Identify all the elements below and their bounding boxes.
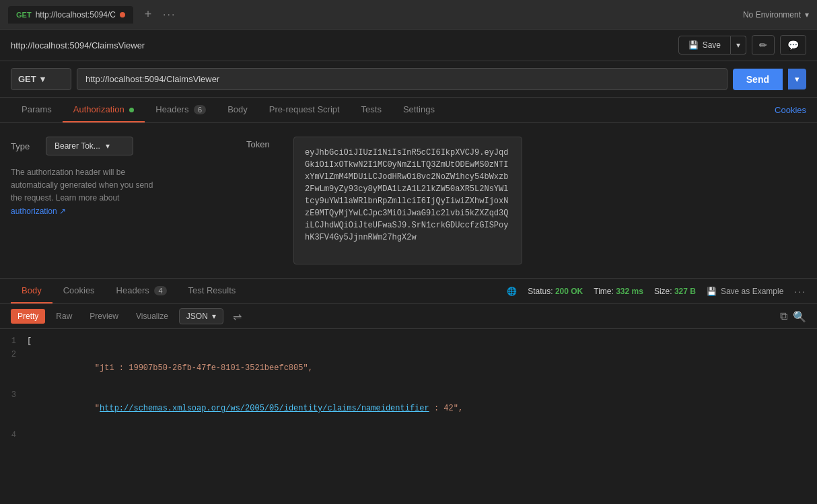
line-number: 2 [0,348,27,361]
token-value-box[interactable]: eyJhbGciOiJIUzI1NiIsInR5cCI6IkpXVCJ9.eyJ… [293,137,522,264]
headers-badge: 6 [194,105,206,114]
request-tabs-bar: Params Authorization Headers 6 Body Pre-… [0,98,817,123]
auth-content: Type Bearer Tok... ▾ The authorization h… [0,123,817,278]
view-tab-visualize[interactable]: Visualize [129,309,175,324]
chevron-down-icon: ▾ [40,74,45,84]
status-label: Status: 200 OK [528,287,583,296]
request-title: http://localhost:5094/ClaimsViewer [11,40,673,50]
tab-headers[interactable]: Headers 6 [145,98,217,122]
type-row: Type Bearer Tok... ▾ [11,137,226,155]
add-tab-button[interactable]: + [139,5,157,24]
code-actions: ⧉ 🔍 [780,310,806,323]
chevron-down-icon: ▾ [805,10,809,20]
type-label: Type [11,141,38,151]
auth-left-panel: Type Bearer Tok... ▾ The authorization h… [11,137,226,264]
line-content: "jti : 19907b50-26fb-47fe-8101-3521beefc… [27,348,313,388]
response-tab-headers[interactable]: Headers 4 [106,279,178,303]
response-tab-body[interactable]: Body [11,279,52,303]
auth-description: The authorization header will be automat… [11,166,199,218]
response-tab-nav: Body Cookies Headers 4 Test Results [11,279,246,303]
line-content: [ [27,334,32,348]
top-bar: GET http://localhost:5094/C + ··· No Env… [0,0,817,30]
search-button[interactable]: 🔍 [793,310,806,323]
time-label: Time: 332 ms [594,287,643,296]
method-selector[interactable]: GET ▾ [11,68,71,90]
code-line-1: 1 [ [0,334,817,348]
tab-settings[interactable]: Settings [392,98,446,122]
response-tab-cookies[interactable]: Cookies [52,279,106,303]
code-line-2: 2 "jti : 19907b50-26fb-47fe-8101-3521bee… [0,348,817,388]
save-example-button[interactable]: 💾 Save as Example [707,287,783,296]
copy-button[interactable]: ⧉ [780,310,787,323]
comment-button[interactable]: 💬 [780,35,806,55]
response-headers-badge: 4 [154,286,166,295]
line-content: "http://schemas.xmlsoap.org/ws/2005/05/i… [27,388,463,429]
view-tab-raw[interactable]: Raw [49,309,79,324]
save-example-label: Save as Example [721,287,783,296]
env-label: No Environment [743,10,801,20]
save-button-group: 💾 Save ▾ [678,36,746,55]
code-editor: 1 [ 2 "jti : 19907b50-26fb-47fe-8101-352… [0,329,817,437]
auth-type-value: Bearer Tok... [55,141,100,151]
tab-body[interactable]: Body [217,98,258,122]
code-view-bar: Pretty Raw Preview Visualize JSON ▾ ⇌ ⧉ … [0,304,817,329]
tab-url: http://localhost:5094/C [36,10,116,20]
environment-selector[interactable]: No Environment ▾ [743,10,809,20]
url-bar: GET ▾ Send ▾ [0,61,817,98]
save-label: Save [703,40,721,50]
method-label: GET [18,74,36,84]
view-tab-pretty[interactable]: Pretty [11,309,45,324]
request-header-bar: http://localhost:5094/ClaimsViewer 💾 Sav… [0,30,817,61]
edit-button[interactable]: ✏ [752,35,775,55]
tab-pre-request[interactable]: Pre-request Script [258,98,351,122]
token-label: Token [246,137,280,264]
chevron-down-icon: ▾ [212,312,216,321]
auth-learn-more-link[interactable]: authorization ↗ [11,207,66,216]
request-tab-nav: Params Authorization Headers 6 Body Pre-… [11,98,446,122]
more-tabs-button[interactable]: ··· [163,9,176,21]
view-tab-preview[interactable]: Preview [83,309,125,324]
tab-method: GET [16,11,32,19]
code-line-4: 4 "exp : 1714142260", [0,429,817,437]
auth-active-indicator [129,108,134,112]
url-input[interactable] [77,68,727,90]
save-dropdown-button[interactable]: ▾ [731,36,746,55]
chevron-down-icon: ▾ [106,141,110,151]
auth-type-selector[interactable]: Bearer Tok... ▾ [46,137,133,155]
save-icon: 💾 [707,287,717,296]
more-options-button[interactable]: ··· [794,286,806,297]
unsaved-indicator [120,12,125,17]
format-value: JSON [186,312,208,321]
tab-tests[interactable]: Tests [351,98,392,122]
response-tab-test-results[interactable]: Test Results [178,279,247,303]
line-number: 3 [0,388,27,402]
format-selector[interactable]: JSON ▾ [179,308,223,324]
line-number: 1 [0,334,27,348]
size-label: Size: 327 B [654,287,696,296]
tab-params[interactable]: Params [11,98,63,122]
code-line-3: 3 "http://schemas.xmlsoap.org/ws/2005/05… [0,388,817,429]
response-panel: Body Cookies Headers 4 Test Results 🌐 St… [0,278,817,504]
request-tab[interactable]: GET http://localhost:5094/C [8,6,133,24]
response-tabs-bar: Body Cookies Headers 4 Test Results 🌐 St… [0,279,817,304]
status-value: 200 OK [555,287,583,296]
time-value: 332 ms [616,287,643,296]
size-value: 327 B [674,287,696,296]
line-content: "exp : 1714142260", [27,429,187,437]
line-number: 4 [0,429,27,437]
auth-right-panel: Token eyJhbGciOiJIUzI1NiIsInR5cCI6IkpXVC… [226,137,806,264]
tab-authorization[interactable]: Authorization [63,98,145,122]
save-button[interactable]: 💾 Save [678,36,731,55]
globe-icon: 🌐 [507,287,517,296]
cookies-link[interactable]: Cookies [775,105,806,115]
send-button[interactable]: Send [733,69,783,90]
send-dropdown-button[interactable]: ▾ [788,69,806,89]
save-icon: 💾 [688,40,699,50]
response-status-bar: 🌐 Status: 200 OK Time: 332 ms Size: 327 … [507,286,806,297]
filter-icon[interactable]: ⇌ [233,310,242,323]
